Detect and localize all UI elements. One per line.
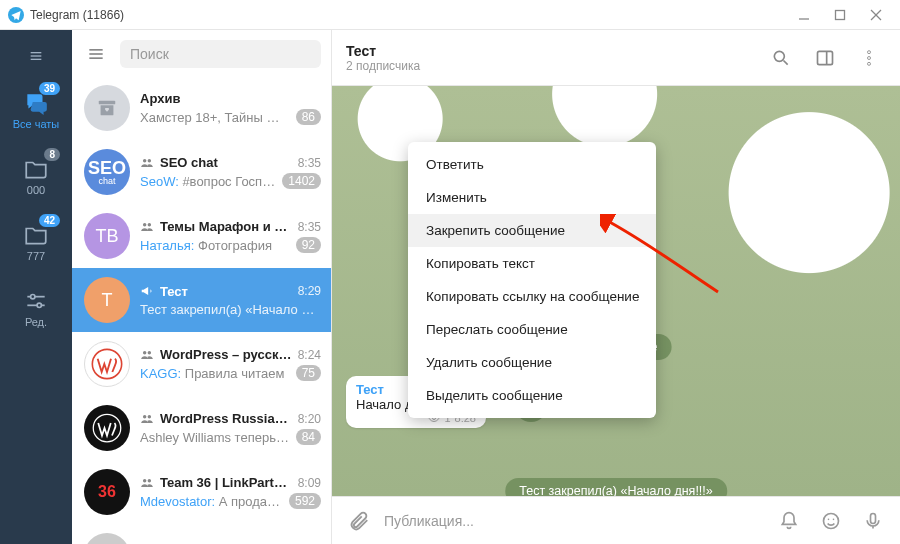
chat-preview: Ashley Williams теперь … [140, 430, 290, 445]
unread-badge: 75 [296, 365, 321, 381]
avatar: Т [84, 277, 130, 323]
chat-time: 8:20 [298, 412, 321, 426]
chat-name: WordPress – русск… [160, 347, 292, 362]
service-message-pinned: Тест закрепил(а) «Начало дня!!!» [505, 478, 727, 496]
rail-menu-button[interactable] [0, 42, 72, 70]
svg-point-22 [868, 50, 871, 53]
chat-name: Тест [160, 284, 292, 299]
context-menu-item[interactable]: Переслать сообщение [408, 313, 656, 346]
svg-point-18 [774, 51, 784, 61]
megaphone-icon [140, 284, 154, 298]
window-title: Telegram (11866) [30, 8, 124, 22]
search-in-chat-button[interactable] [764, 41, 798, 75]
rail-label: 777 [27, 250, 45, 262]
unread-badge: 84 [296, 429, 321, 445]
svg-rect-15 [99, 101, 116, 105]
conversation-header[interactable]: Тест 2 подписчика [332, 30, 900, 86]
composer-input[interactable]: Публикация... [384, 513, 764, 529]
context-menu-item[interactable]: Закрепить сообщение [408, 214, 656, 247]
context-menu-item[interactable]: Ответить [408, 148, 656, 181]
window-maximize-button[interactable] [822, 0, 858, 30]
chat-preview: Тест закрепил(а) «Начало д… [140, 302, 321, 317]
avatar: SEOchat [84, 149, 130, 195]
chat-name: SEO chat [160, 155, 292, 170]
chat-list-item[interactable]: ТВТемы Марафон и …8:35Наталья: Фотографи… [72, 204, 331, 268]
chat-list-item[interactable]: АрхивХамстер 18+, Тайны …86 [72, 76, 331, 140]
sliders-icon [23, 288, 49, 314]
rail-folder-777[interactable]: 42 777 [0, 216, 72, 268]
context-menu-item[interactable]: Удалить сообщение [408, 346, 656, 379]
svg-rect-20 [818, 51, 833, 64]
rail-badge: 42 [39, 214, 60, 227]
rail-folder-000[interactable]: 8 000 [0, 150, 72, 202]
chat-name: Team 36 | LinkParty… [160, 475, 292, 490]
chat-time: 8:09 [298, 476, 321, 490]
avatar-archive [84, 85, 130, 131]
chat-preview: KAGG: Правила читаем [140, 366, 290, 381]
avatar [84, 341, 130, 387]
svg-point-24 [868, 62, 871, 65]
avatar [84, 533, 130, 544]
window-minimize-button[interactable] [786, 0, 822, 30]
context-menu-item[interactable]: Копировать ссылку на сообщение [408, 280, 656, 313]
conversation-subtitle: 2 подписчика [346, 59, 754, 73]
group-icon [140, 476, 154, 490]
context-menu-item[interactable]: Изменить [408, 181, 656, 214]
rail-all-chats[interactable]: 39 Все чаты [0, 84, 72, 136]
context-menu-item[interactable]: Выделить сообщение [408, 379, 656, 412]
chat-list-item[interactable]: ТТест8:29Тест закрепил(а) «Начало д… [72, 268, 331, 332]
folder-icon [23, 156, 49, 182]
attach-button[interactable] [342, 504, 376, 538]
chat-time: 8:24 [298, 348, 321, 362]
chat-list-item[interactable]: 36Team 36 | LinkParty…8:09Mdevostator: А… [72, 460, 331, 524]
chat-time: 8:29 [298, 284, 321, 298]
message-context-menu: ОтветитьИзменитьЗакрепить сообщениеКопир… [408, 142, 656, 418]
context-menu-item[interactable]: Копировать текст [408, 247, 656, 280]
conversation-panel: Тест 2 подписчика ое сообщение Тест закр… [332, 30, 900, 544]
rail-edit-folders[interactable]: Ред. [0, 282, 72, 334]
folder-rail: 39 Все чаты 8 000 42 777 Ред. [0, 30, 72, 544]
svg-point-9 [31, 295, 35, 299]
rail-badge: 39 [39, 82, 60, 95]
rail-label: Ред. [25, 316, 47, 328]
chat-preview: SeoW: #вопрос Госп… [140, 174, 276, 189]
unread-badge: 592 [289, 493, 321, 509]
chat-list-panel: Поиск АрхивХамстер 18+, Тайны …86SEOchat… [72, 30, 332, 544]
chat-time: 8:35 [298, 220, 321, 234]
more-menu-button[interactable] [852, 41, 886, 75]
notifications-button[interactable] [772, 504, 806, 538]
voice-record-button[interactable] [856, 504, 890, 538]
chat-preview: Mdevostator: А прода… [140, 494, 283, 509]
chat-list-item[interactable]: SEOchatSEO chat8:35SeoW: #вопрос Госп…14… [72, 140, 331, 204]
chat-time: 8:35 [298, 156, 321, 170]
avatar [84, 405, 130, 451]
chat-list-item[interactable]: WordPress – русск…8:24KAGG: Правила чита… [72, 332, 331, 396]
group-icon [140, 220, 154, 234]
conversation-title: Тест [346, 43, 754, 59]
telegram-logo-icon [8, 7, 24, 23]
chat-preview: Наталья: Фотография [140, 238, 290, 253]
conversation-body[interactable]: ое сообщение Тест закрепил(а) «Начало дн… [332, 86, 900, 496]
chat-name: WordPress Russian… [160, 411, 292, 426]
chat-list-item[interactable]: WordPress Russian…8:20Ashley Williams те… [72, 396, 331, 460]
svg-point-28 [833, 518, 835, 520]
main-menu-button[interactable] [82, 40, 110, 68]
search-input[interactable]: Поиск [120, 40, 321, 68]
unread-badge: 86 [296, 109, 321, 125]
unread-badge: 1402 [282, 173, 321, 189]
svg-point-27 [828, 518, 830, 520]
emoji-button[interactable] [814, 504, 848, 538]
rail-label: 000 [27, 184, 45, 196]
window-close-button[interactable] [858, 0, 894, 30]
svg-point-11 [37, 303, 41, 307]
message-composer: Публикация... [332, 496, 900, 544]
avatar: ТВ [84, 213, 130, 259]
rail-badge: 8 [44, 148, 60, 161]
chat-list-item[interactable]: Flat PM - вопросы … [72, 524, 331, 544]
chat-name: Темы Марафон и … [160, 219, 292, 234]
svg-rect-2 [836, 10, 845, 19]
sidebar-toggle-button[interactable] [808, 41, 842, 75]
chat-preview: Хамстер 18+, Тайны … [140, 110, 290, 125]
svg-point-26 [824, 513, 839, 528]
avatar: 36 [84, 469, 130, 515]
